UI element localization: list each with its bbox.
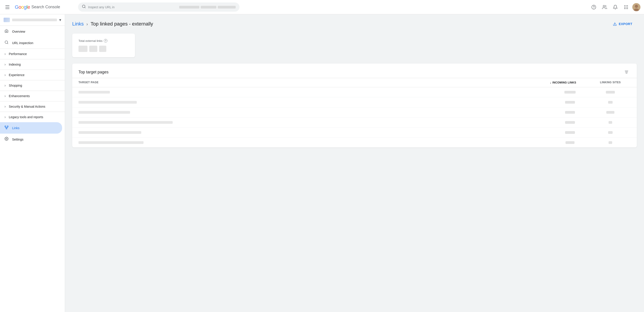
cell-incoming	[550, 131, 590, 134]
cell-sites	[590, 91, 630, 94]
cell-incoming	[550, 91, 590, 94]
sidebar-section-legacy[interactable]: › Legacy tools and reports	[0, 112, 65, 122]
cell-page	[78, 131, 550, 134]
cell-sites	[590, 101, 630, 104]
export-button[interactable]: EXPORT	[608, 20, 637, 28]
cell-page	[78, 141, 550, 144]
property-icon	[4, 18, 10, 22]
svg-point-9	[626, 7, 626, 7]
col-target-page: Target page	[78, 81, 550, 84]
sidebar-settings-label: Settings	[12, 138, 24, 141]
notifications-button[interactable]	[611, 3, 620, 12]
svg-point-11	[624, 8, 625, 9]
col-incoming-links[interactable]: ↓ Incoming links	[550, 81, 590, 84]
apps-button[interactable]	[622, 3, 630, 12]
cell-page	[78, 111, 550, 114]
sidebar: ▾ Overview URL inspection › Performance	[0, 14, 65, 312]
sidebar-enhancements-label: Enhancements	[9, 94, 30, 98]
cell-incoming	[550, 141, 590, 144]
table-row[interactable]	[72, 138, 637, 148]
shopping-chevron: ›	[4, 83, 6, 88]
cell-sites	[590, 111, 630, 114]
svg-point-10	[627, 7, 628, 7]
search-bar[interactable]: Inspect any URL in	[78, 2, 240, 12]
table-title: Top target pages	[78, 70, 622, 75]
table-header: Top target pages	[72, 64, 637, 78]
col-linking-sites: Linking sites	[590, 81, 630, 84]
sidebar-section-enhancements[interactable]: › Enhancements	[0, 91, 65, 101]
sort-arrow-icon: ↓	[550, 81, 552, 84]
sidebar-url-inspection-label: URL inspection	[12, 41, 33, 45]
breadcrumb-row: Links › Top linked pages - externally EX…	[72, 20, 637, 28]
sidebar-indexing-label: Indexing	[9, 63, 21, 66]
google-logo: Google	[15, 4, 30, 10]
header: Google Search Console Inspect any URL in	[0, 0, 644, 14]
sidebar-overview-label: Overview	[12, 30, 25, 33]
experience-chevron: ›	[4, 73, 6, 77]
table-row[interactable]	[72, 87, 637, 97]
enhancements-chevron: ›	[4, 94, 6, 98]
sidebar-experience-label: Experience	[9, 73, 24, 77]
main-content: Links › Top linked pages - externally EX…	[65, 14, 644, 312]
sidebar-section-performance[interactable]: › Performance	[0, 49, 65, 59]
table-row[interactable]	[72, 118, 637, 128]
sidebar-section-indexing[interactable]: › Indexing	[0, 59, 65, 70]
cell-incoming	[550, 111, 590, 114]
hamburger-icon[interactable]	[4, 3, 11, 11]
sidebar-item-settings[interactable]: Settings	[0, 134, 62, 145]
sidebar-item-overview[interactable]: Overview	[0, 26, 62, 37]
filter-button[interactable]	[622, 68, 630, 76]
header-right	[589, 3, 640, 12]
property-dropdown-arrow: ▾	[59, 17, 61, 22]
table-row[interactable]	[72, 97, 637, 107]
links-icon	[4, 125, 8, 131]
search-url-blur	[179, 6, 236, 8]
search-input-label: Inspect any URL in	[88, 5, 177, 9]
sidebar-performance-label: Performance	[9, 52, 27, 56]
table-row[interactable]	[72, 128, 637, 138]
cell-page	[78, 91, 550, 94]
card-label: Total external links ?	[78, 39, 129, 42]
cell-sites	[590, 141, 630, 144]
logo-area: Google Search Console	[15, 4, 60, 10]
table-row[interactable]	[72, 107, 637, 118]
help-icon[interactable]: ?	[104, 39, 108, 42]
sidebar-item-url-inspection[interactable]: URL inspection	[0, 37, 62, 49]
svg-point-13	[627, 8, 628, 9]
sidebar-links-label: Links	[12, 126, 20, 130]
sidebar-section-security[interactable]: › Security & Manual Actions	[0, 101, 65, 112]
export-label: EXPORT	[619, 22, 632, 26]
column-headers: Target page ↓ Incoming links Linking sit…	[72, 78, 637, 87]
sidebar-shopping-label: Shopping	[9, 84, 22, 87]
performance-chevron: ›	[4, 52, 6, 56]
svg-point-26	[6, 138, 7, 140]
product-name: Search Console	[32, 5, 60, 9]
sidebar-legacy-label: Legacy tools and reports	[9, 115, 43, 119]
sidebar-section-experience[interactable]: › Experience	[0, 70, 65, 80]
indexing-chevron: ›	[4, 62, 6, 66]
help-button[interactable]	[589, 3, 598, 12]
cell-sites	[590, 131, 630, 134]
accounts-button[interactable]	[600, 3, 609, 12]
svg-line-1	[84, 7, 85, 8]
property-selector[interactable]: ▾	[0, 14, 65, 26]
settings-icon	[4, 137, 8, 142]
cell-page	[78, 101, 550, 104]
sidebar-item-links[interactable]: Links	[0, 122, 62, 134]
svg-point-8	[624, 7, 625, 7]
breadcrumb-separator: ›	[86, 21, 88, 27]
cell-page	[78, 121, 550, 124]
svg-line-18	[7, 43, 8, 44]
header-left: Google Search Console	[4, 3, 75, 11]
value-blur-3	[99, 46, 106, 52]
breadcrumb-parent[interactable]: Links	[72, 21, 84, 27]
sidebar-section-shopping[interactable]: › Shopping	[0, 80, 65, 91]
card-value-row	[78, 46, 129, 52]
user-avatar[interactable]	[632, 3, 640, 11]
main-layout: ▾ Overview URL inspection › Performance	[0, 14, 644, 312]
svg-point-2	[592, 5, 596, 9]
home-icon	[4, 29, 8, 34]
legacy-chevron: ›	[4, 115, 6, 119]
svg-point-5	[624, 5, 625, 6]
svg-point-4	[603, 5, 605, 7]
